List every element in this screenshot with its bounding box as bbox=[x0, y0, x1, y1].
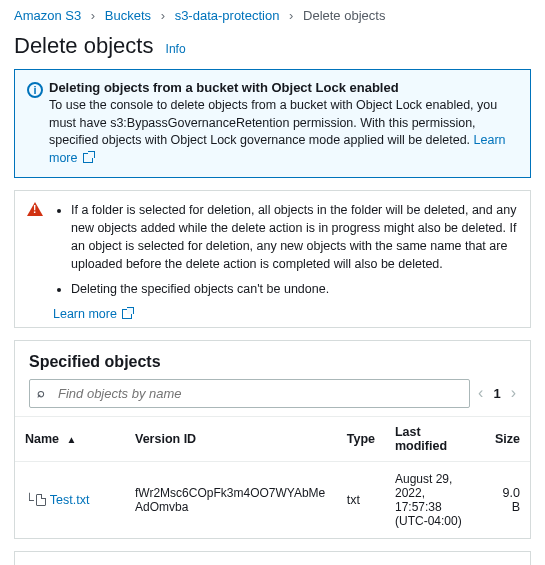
external-link-icon bbox=[83, 153, 93, 163]
specified-objects-heading: Specified objects bbox=[15, 341, 530, 379]
col-type[interactable]: Type bbox=[337, 416, 385, 461]
chevron-right-icon: › bbox=[91, 8, 95, 23]
file-icon bbox=[36, 494, 46, 506]
alert-body: To use the console to delete objects fro… bbox=[49, 98, 497, 147]
sort-asc-icon: ▲ bbox=[67, 434, 77, 445]
page-title-text: Delete objects bbox=[14, 33, 153, 58]
col-modified[interactable]: Last modified bbox=[385, 416, 485, 461]
col-name[interactable]: Name bbox=[25, 432, 59, 446]
chevron-right-icon: › bbox=[161, 8, 165, 23]
pagination: ‹ 1 › bbox=[478, 384, 516, 402]
permanently-delete-heading: Permanently delete objects? bbox=[15, 552, 530, 565]
breadcrumb-buckets[interactable]: Buckets bbox=[105, 8, 151, 23]
external-link-icon bbox=[122, 309, 132, 319]
info-link[interactable]: Info bbox=[166, 42, 186, 56]
cell-type: txt bbox=[337, 461, 385, 538]
warning-item: Deleting the specified objects can't be … bbox=[71, 280, 518, 298]
learn-more-label: Learn more bbox=[53, 307, 117, 321]
cell-size: 9.0 B bbox=[485, 461, 530, 538]
cell-modified: August 29, 2022, 17:57:38 (UTC-04:00) bbox=[385, 461, 485, 538]
page-number: 1 bbox=[493, 386, 500, 401]
learn-more-link[interactable]: Learn more bbox=[53, 307, 132, 321]
deletion-warning-panel: If a folder is selected for deletion, al… bbox=[14, 190, 531, 328]
col-size[interactable]: Size bbox=[485, 416, 530, 461]
chevron-right-icon: › bbox=[289, 8, 293, 23]
breadcrumb-current: Delete objects bbox=[303, 8, 385, 23]
breadcrumb-root[interactable]: Amazon S3 bbox=[14, 8, 81, 23]
table-row: └Test.txt fWr2Msc6COpFk3m4OO7WYAbMeAdOmv… bbox=[15, 461, 530, 538]
col-version[interactable]: Version ID bbox=[125, 416, 337, 461]
search-icon: ⌕ bbox=[37, 385, 45, 400]
permanently-delete-panel: Permanently delete objects? To confirm d… bbox=[14, 551, 531, 565]
info-icon: i bbox=[27, 82, 43, 98]
prev-page-button[interactable]: ‹ bbox=[478, 384, 483, 402]
cell-version: fWr2Msc6COpFk3m4OO7WYAbMeAdOmvba bbox=[125, 461, 337, 538]
breadcrumb-bucket-name[interactable]: s3-data-protection bbox=[175, 8, 280, 23]
object-lock-info-alert: i Deleting objects from a bucket with Ob… bbox=[14, 69, 531, 178]
hierarchy-icon: └ bbox=[25, 493, 34, 507]
search-input[interactable] bbox=[29, 379, 470, 408]
next-page-button[interactable]: › bbox=[511, 384, 516, 402]
alert-heading: Deleting objects from a bucket with Obje… bbox=[49, 80, 399, 95]
object-name-link[interactable]: Test.txt bbox=[50, 493, 90, 507]
warning-item: If a folder is selected for deletion, al… bbox=[71, 201, 518, 274]
page-title: Delete objects Info bbox=[14, 33, 531, 59]
breadcrumb: Amazon S3 › Buckets › s3-data-protection… bbox=[0, 0, 545, 27]
specified-objects-panel: Specified objects ⌕ ‹ 1 › Name ▲ Version… bbox=[14, 340, 531, 539]
warning-icon bbox=[27, 202, 43, 216]
objects-table: Name ▲ Version ID Type Last modified Siz… bbox=[15, 416, 530, 538]
